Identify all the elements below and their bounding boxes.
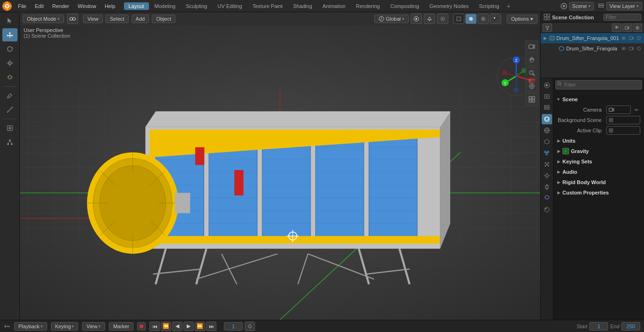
shading-material[interactable]: [478, 14, 489, 24]
tab-modeling[interactable]: Modeling: [150, 2, 181, 10]
tool-add-object[interactable]: [2, 121, 17, 135]
item-cam-btn-drum[interactable]: [628, 45, 635, 52]
snap-btn[interactable]: [424, 14, 435, 24]
tool-measure[interactable]: [2, 103, 17, 116]
camera-edit-btn[interactable]: ✏: [633, 105, 640, 114]
props-world-icon[interactable]: [542, 125, 552, 136]
add-menu[interactable]: Add: [132, 15, 149, 23]
vp-hand-btn[interactable]: [525, 54, 538, 66]
tab-shading[interactable]: Shading: [289, 2, 317, 10]
scene-canvas[interactable]: X Y Z: [20, 25, 540, 320]
props-physics-icon[interactable]: [542, 170, 552, 181]
tl-end-input[interactable]: [621, 322, 640, 331]
prop-camera-value[interactable]: [606, 105, 631, 114]
props-modifier-icon[interactable]: [542, 148, 552, 158]
tl-start-input[interactable]: [589, 322, 608, 331]
tool-extra[interactable]: [2, 136, 17, 149]
tab-layout[interactable]: Layout: [124, 2, 149, 10]
section-scene[interactable]: ▼ Scene: [555, 94, 642, 105]
tab-sculpting[interactable]: Sculpting: [181, 2, 212, 10]
item-eye-btn-001[interactable]: [620, 35, 627, 41]
tool-rotate[interactable]: [2, 42, 17, 56]
object-menu[interactable]: Object: [152, 15, 175, 23]
tl-step-back[interactable]: ⏪: [161, 322, 171, 331]
tl-view-btn[interactable]: View ▾: [82, 322, 105, 331]
tl-step-forward[interactable]: ⏩: [195, 322, 205, 331]
tool-move[interactable]: [2, 28, 17, 41]
props-viewlayer-icon[interactable]: [542, 103, 552, 113]
menu-edit[interactable]: Edit: [31, 2, 48, 10]
prop-active-clip-value[interactable]: [606, 126, 640, 135]
props-constraints-icon[interactable]: [542, 182, 552, 192]
menu-render[interactable]: Render: [49, 2, 73, 10]
props-output-icon[interactable]: [542, 91, 552, 102]
vp-camera-btn[interactable]: [525, 40, 538, 53]
section-units[interactable]: ▶ Units: [555, 136, 642, 146]
tl-playback-btn[interactable]: Playback ▾: [14, 322, 47, 331]
props-particles-icon[interactable]: [542, 159, 552, 170]
menu-window[interactable]: Window: [74, 2, 100, 10]
tab-geometry-nodes[interactable]: Geometry Nodes: [425, 2, 473, 10]
transform-orientation[interactable]: Global ▾: [374, 15, 409, 23]
shading-rendered[interactable]: [490, 14, 501, 24]
gravity-checkbox[interactable]: ✓: [562, 148, 569, 154]
tl-keying-btn[interactable]: Keying ▾: [51, 322, 79, 331]
props-scene-icon[interactable]: [542, 114, 552, 124]
section-gravity[interactable]: ▶ ✓ Gravity: [555, 146, 642, 156]
shading-wire[interactable]: [453, 14, 464, 24]
item-render-btn-001[interactable]: [636, 35, 642, 41]
object-mode-selector[interactable]: Object Mode ▾: [23, 15, 64, 23]
outliner-camera-btn[interactable]: [622, 24, 632, 32]
section-rigid-body[interactable]: ▶ Rigid Body World: [555, 177, 642, 187]
section-audio[interactable]: ▶ Audio: [555, 167, 642, 177]
scene-selector[interactable]: Scene ▾: [569, 2, 594, 10]
tl-jump-end[interactable]: ⏭: [206, 322, 216, 331]
vp-grid-btn[interactable]: [525, 93, 538, 105]
shading-solid[interactable]: [465, 14, 477, 24]
props-render-icon[interactable]: [542, 80, 552, 90]
tl-jump-start[interactable]: ⏮: [149, 322, 160, 331]
tl-keying-icon[interactable]: [245, 322, 255, 331]
pivot-point-btn[interactable]: [411, 14, 422, 24]
vp-camera2-btn[interactable]: [525, 80, 538, 92]
viewport-overlays-btn[interactable]: [67, 14, 78, 24]
outliner-item-drum-sifter-001[interactable]: ▶ Drum_Sifter_Frangola_001: [541, 33, 644, 43]
tl-play-back[interactable]: ◀: [172, 322, 182, 331]
tl-record-btn[interactable]: [137, 322, 146, 331]
outliner-item-drum-sifter[interactable]: Drum_Sifter_Frangola: [541, 43, 644, 54]
props-object-icon[interactable]: [542, 137, 552, 147]
viewport-options-btn[interactable]: Options ▾: [507, 15, 537, 24]
props-data-icon[interactable]: [542, 193, 552, 203]
tab-texture-paint[interactable]: Texture Paint: [248, 2, 287, 10]
outliner-render-btn[interactable]: [633, 24, 642, 32]
tool-annotate[interactable]: [2, 89, 17, 102]
props-search-input[interactable]: [555, 80, 642, 89]
vp-zoom-btn[interactable]: [525, 67, 538, 79]
item-render-btn-drum[interactable]: [636, 45, 642, 52]
menu-file[interactable]: File: [14, 2, 30, 10]
select-menu[interactable]: Select: [106, 15, 129, 23]
item-cam-btn-001[interactable]: [628, 35, 635, 41]
tl-play[interactable]: ▶: [183, 322, 194, 331]
tab-uv-editing[interactable]: UV Editing: [213, 2, 247, 10]
section-custom-props[interactable]: ▶ Custom Properties: [555, 187, 642, 198]
viewport[interactable]: Object Mode ▾ View Select Add Object Glo…: [20, 12, 540, 320]
tool-scale[interactable]: [2, 57, 17, 70]
outliner-eye-btn[interactable]: 👁: [612, 24, 621, 32]
add-workspace-tab[interactable]: +: [505, 2, 512, 10]
props-material-icon[interactable]: [542, 204, 552, 215]
tab-scripting[interactable]: Scripting: [474, 2, 504, 10]
view-layer-selector[interactable]: View Layer ▾: [606, 2, 642, 10]
outliner-search[interactable]: [603, 14, 641, 21]
tool-cursor[interactable]: [2, 14, 17, 27]
proportional-edit-btn[interactable]: [437, 14, 448, 24]
tl-frame-current-input[interactable]: [224, 322, 243, 331]
tl-marker-btn[interactable]: Marker: [109, 322, 133, 331]
tool-transform[interactable]: [2, 71, 17, 84]
tree-expand-arrow[interactable]: ▶: [543, 35, 548, 41]
tab-compositing[interactable]: Compositing: [386, 2, 424, 10]
tab-rendering[interactable]: Rendering: [351, 2, 385, 10]
section-keying-sets[interactable]: ▶ Keying Sets: [555, 156, 642, 167]
tab-animation[interactable]: Animation: [318, 2, 350, 10]
item-eye-btn-drum[interactable]: [620, 45, 627, 52]
